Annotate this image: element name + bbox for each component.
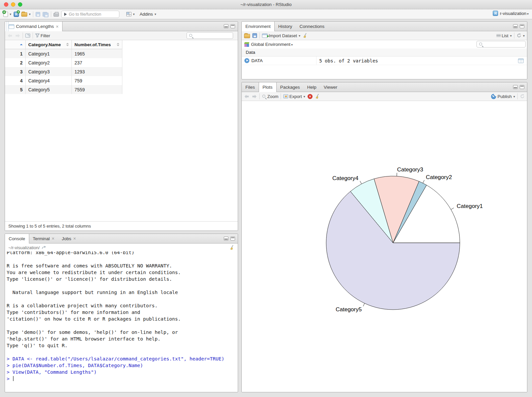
column-header-number-of-times[interactable]: Number.of.Times (72, 40, 122, 49)
tab-files[interactable]: Files (242, 82, 259, 92)
environment-object-row[interactable]: DATA 5 obs. of 2 variables (242, 56, 527, 65)
open-folder-icon (244, 34, 250, 38)
list-view-button[interactable]: List (496, 33, 512, 38)
tab-command-lengths[interactable]: Command Lengths (5, 22, 63, 31)
table-cell: 237 (72, 58, 122, 67)
environment-scope-selector[interactable]: Global Environment (251, 42, 293, 47)
data-viewer-tabbar: Command Lengths (5, 22, 238, 31)
maximize-pane-button[interactable] (230, 24, 235, 28)
view-data-frame-icon[interactable] (518, 58, 524, 63)
console-output-line (7, 349, 238, 355)
import-dataset-button[interactable]: Import Dataset (262, 33, 300, 38)
console-output-line: Type 'contributors()' for more informati… (7, 309, 238, 316)
forward-icon[interactable] (15, 34, 20, 38)
goto-file-input[interactable] (69, 12, 109, 17)
table-row: 3Category31293 (5, 67, 122, 76)
refresh-environment-button[interactable] (517, 33, 525, 38)
publish-button[interactable]: Publish (491, 94, 515, 99)
working-directory: ~/r-visualization/ (8, 245, 40, 250)
export-plot-button[interactable]: Export (283, 94, 305, 99)
tab-packages[interactable]: Packages (277, 82, 304, 92)
refresh-plot-icon[interactable] (520, 94, 525, 99)
tab-viewer[interactable]: Viewer (320, 82, 341, 92)
tab-console[interactable]: Console (5, 234, 29, 244)
load-workspace-button[interactable] (244, 33, 250, 38)
plots-pane: Files Plots Packages Help Viewer Zoom Ex… (241, 82, 527, 392)
console-path-row: ~/r-visualization/ (5, 244, 238, 251)
table-cell: 1 (5, 49, 26, 58)
console-tabbar: Console Terminal Jobs (5, 234, 238, 244)
tab-jobs[interactable]: Jobs (58, 234, 80, 243)
data-section-header: Data (242, 49, 527, 56)
back-icon[interactable] (7, 34, 13, 38)
addins-button[interactable]: Addins (140, 12, 156, 17)
remove-plot-button[interactable] (308, 94, 313, 99)
tab-history[interactable]: History (275, 22, 296, 31)
table-cell: 759 (72, 76, 122, 85)
minimize-pane-button[interactable] (224, 24, 228, 28)
clear-environment-button[interactable] (303, 33, 308, 38)
console-output-line: Natural language support but running in … (7, 289, 238, 296)
new-file-button[interactable] (3, 12, 11, 17)
table-cell: 7559 (72, 85, 122, 94)
object-name: DATA (251, 58, 263, 63)
object-summary: 5 obs. of 2 variables (316, 56, 514, 65)
open-in-new-window-icon[interactable] (25, 34, 30, 38)
maximize-pane-button[interactable] (230, 237, 235, 241)
tab-environment[interactable]: Environment (242, 22, 275, 31)
console-output-line: Type 'demo()' for some demos, 'help()' f… (7, 329, 238, 336)
console-prompt[interactable]: > (7, 375, 238, 382)
clear-all-plots-button[interactable] (315, 94, 320, 99)
previous-plot-icon[interactable] (244, 94, 249, 99)
data-search-box[interactable] (187, 32, 233, 39)
console-output[interactable]: Platform: x86_64-apple-darwin15.6.0 (64-… (5, 251, 238, 392)
next-plot-icon[interactable] (252, 94, 257, 99)
close-jobs-tab-icon[interactable] (73, 236, 76, 241)
clear-console-button[interactable] (229, 245, 235, 250)
pane-layout-button[interactable] (126, 12, 135, 16)
print-button[interactable] (54, 12, 59, 17)
open-file-button[interactable] (21, 12, 31, 17)
data-search-input[interactable] (195, 33, 231, 38)
pane-layout-icon (126, 12, 131, 16)
tab-connections[interactable]: Connections (296, 22, 328, 31)
filter-button[interactable]: Filter (35, 33, 50, 38)
global-environment-icon (244, 42, 249, 47)
minimize-pane-button[interactable] (513, 24, 518, 28)
zoom-plot-button[interactable]: Zoom (262, 94, 278, 99)
close-terminal-tab-icon[interactable] (52, 236, 55, 241)
expand-object-icon[interactable] (244, 58, 249, 63)
text-cursor (13, 376, 14, 381)
zoom-icon (262, 94, 266, 99)
maximize-pane-button[interactable] (520, 85, 524, 89)
tab-help[interactable]: Help (304, 82, 320, 92)
row-number-header[interactable] (5, 40, 26, 49)
console-command-line: > View(DATA, "Command Lengths") (7, 369, 238, 375)
data-viewer-toolbar: Filter (5, 31, 238, 40)
save-button[interactable] (36, 12, 40, 17)
save-workspace-button[interactable] (252, 33, 257, 38)
column-header-category-name[interactable]: Category.Name (26, 40, 72, 49)
table-row: 2Category2237 (5, 58, 122, 67)
tab-terminal[interactable]: Terminal (29, 234, 58, 243)
pie-slice-label: Category3 (397, 166, 423, 173)
save-all-button[interactable] (43, 11, 49, 17)
new-project-icon: R (14, 12, 19, 17)
data-viewer-pane: Command Lengths Filter (5, 21, 238, 231)
maximize-pane-button[interactable] (520, 24, 524, 28)
export-icon (283, 94, 288, 98)
filter-icon (35, 34, 40, 38)
list-icon (496, 34, 501, 37)
project-menu-button[interactable]: R r-visualization (493, 11, 529, 16)
table-header-row: Category.Name Number.of.Times (5, 40, 122, 49)
show-folder-icon[interactable] (42, 246, 47, 249)
goto-file-box[interactable] (61, 11, 119, 18)
tab-plots[interactable]: Plots (259, 82, 277, 92)
table-cell: 4 (5, 76, 26, 85)
minimize-pane-button[interactable] (513, 85, 518, 89)
close-tab-icon[interactable] (56, 24, 59, 29)
environment-search-box[interactable] (476, 41, 526, 48)
minimize-pane-button[interactable] (224, 237, 228, 241)
environment-search-input[interactable] (485, 42, 523, 47)
new-project-button[interactable]: R (14, 12, 19, 17)
